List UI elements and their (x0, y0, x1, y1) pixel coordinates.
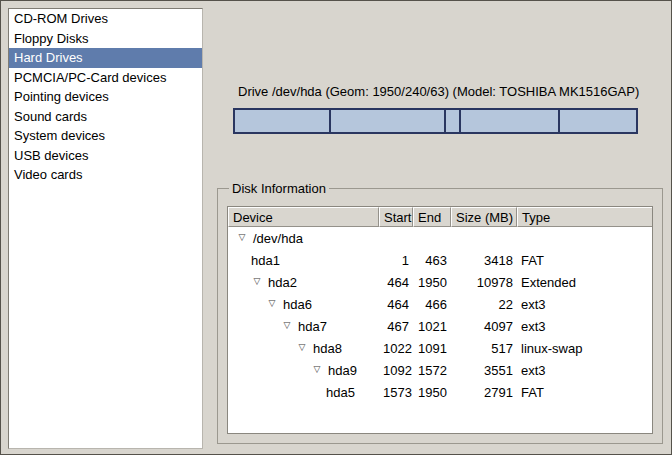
sidebar-item-label: Pointing devices (14, 89, 109, 104)
sidebar-item-label: PCMCIA/PC-Card devices (14, 70, 166, 85)
device-cell: ▽hda9 (228, 363, 379, 378)
sidebar-item-label: System devices (14, 128, 105, 143)
column-header-start[interactable]: Start (379, 207, 413, 227)
end-cell: 1950 (413, 385, 451, 400)
device-label: hda6 (283, 297, 312, 312)
sidebar-item-label: Floppy Disks (14, 31, 88, 46)
column-header-device[interactable]: Device (228, 207, 379, 227)
table-row[interactable]: ▽hda7 467 1021 4097 ext3 (228, 315, 652, 337)
table-row[interactable]: ▽hda9 1092 1572 3551 ext3 (228, 359, 652, 381)
size-cell: 10978 (451, 275, 517, 290)
device-label: hda9 (328, 363, 357, 378)
end-cell: 1091 (413, 341, 451, 356)
size-cell: 4097 (451, 319, 517, 334)
size-cell: 3418 (451, 253, 517, 268)
partition-segment-hda9[interactable] (460, 109, 559, 133)
start-cell: 1022 (379, 341, 413, 356)
end-cell: 466 (413, 297, 451, 312)
table-row[interactable]: ▽hda2 464 1950 10978 Extended (228, 271, 652, 293)
type-cell: FAT (517, 253, 652, 268)
sidebar-item-cd-rom-drives[interactable]: CD-ROM Drives (9, 9, 202, 29)
device-cell: ▽hda7 (228, 319, 379, 334)
table-row[interactable]: ▽/dev/hda (228, 227, 652, 249)
size-cell: 22 (451, 297, 517, 312)
device-label: hda2 (268, 275, 297, 290)
device-label: /dev/hda (253, 231, 303, 246)
type-cell: linux-swap (517, 341, 652, 356)
table-row[interactable]: hda5 1573 1950 2791 FAT (228, 381, 652, 403)
end-cell: 1021 (413, 319, 451, 334)
sidebar-item-label: CD-ROM Drives (14, 11, 108, 26)
sidebar-item-usb-devices[interactable]: USB devices (9, 146, 202, 166)
type-cell: FAT (517, 385, 652, 400)
expander-icon[interactable]: ▽ (281, 319, 293, 331)
expander-icon[interactable]: ▽ (236, 231, 248, 243)
type-cell: ext3 (517, 297, 652, 312)
drive-title: Drive /dev/hda (Geom: 1950/240/63) (Mode… (238, 84, 638, 99)
size-cell: 517 (451, 341, 517, 356)
size-cell: 3551 (451, 363, 517, 378)
partition-segment-hda1[interactable] (234, 109, 330, 133)
sidebar-item-pcmcia-pc-card-devices[interactable]: PCMCIA/PC-Card devices (9, 68, 202, 88)
end-cell: 1572 (413, 363, 451, 378)
device-label: hda8 (313, 341, 342, 356)
partition-segment-hda6-hda7[interactable] (330, 109, 446, 133)
device-category-list[interactable]: CD-ROM Drives Floppy Disks Hard Drives P… (8, 8, 203, 449)
partition-segment-hda8[interactable] (445, 109, 460, 133)
end-cell: 463 (413, 253, 451, 268)
column-header-type[interactable]: Type (517, 207, 652, 227)
start-cell: 464 (379, 297, 413, 312)
device-label: hda1 (251, 253, 280, 268)
expander-icon[interactable]: ▽ (311, 363, 323, 375)
sidebar-item-floppy-disks[interactable]: Floppy Disks (9, 29, 202, 49)
type-cell: ext3 (517, 319, 652, 334)
start-cell: 467 (379, 319, 413, 334)
expander-icon[interactable]: ▽ (296, 341, 308, 353)
sidebar-item-label: Video cards (14, 167, 82, 182)
partition-segment-hda5[interactable] (559, 109, 637, 133)
sidebar-item-label: Sound cards (14, 109, 87, 124)
disk-information-label: Disk Information (229, 181, 329, 196)
type-cell: Extended (517, 275, 652, 290)
device-label: hda7 (298, 319, 327, 334)
device-cell: hda1 (228, 253, 379, 268)
sidebar-item-label: Hard Drives (14, 50, 83, 65)
expander-icon[interactable]: ▽ (251, 275, 263, 287)
disk-table-body: ▽/dev/hda hda1 1 463 3418 FAT ▽hda2 464 (228, 227, 652, 433)
start-cell: 1092 (379, 363, 413, 378)
device-cell: ▽hda6 (228, 297, 379, 312)
hardware-browser-window: CD-ROM Drives Floppy Disks Hard Drives P… (0, 0, 672, 455)
sidebar-item-hard-drives[interactable]: Hard Drives (9, 48, 202, 68)
table-row[interactable]: ▽hda8 1022 1091 517 linux-swap (228, 337, 652, 359)
disk-table: Device Start End Size (MB) Type ▽/dev/hd… (227, 206, 653, 434)
end-cell: 1950 (413, 275, 451, 290)
sidebar-item-label: USB devices (14, 148, 88, 163)
table-row[interactable]: hda1 1 463 3418 FAT (228, 249, 652, 271)
disk-table-header: Device Start End Size (MB) Type (228, 207, 652, 227)
sidebar-item-sound-cards[interactable]: Sound cards (9, 107, 202, 127)
start-cell: 1573 (379, 385, 413, 400)
disk-information-frame: Disk Information Device Start End Size (… (217, 181, 663, 444)
device-label: hda5 (326, 385, 355, 400)
sidebar-item-system-devices[interactable]: System devices (9, 126, 202, 146)
start-cell: 464 (379, 275, 413, 290)
expander-icon[interactable]: ▽ (266, 297, 278, 309)
type-cell: ext3 (517, 363, 652, 378)
size-cell: 2791 (451, 385, 517, 400)
sidebar-item-video-cards[interactable]: Video cards (9, 165, 202, 185)
device-cell: ▽hda2 (228, 275, 379, 290)
partition-bar (233, 108, 638, 134)
table-row[interactable]: ▽hda6 464 466 22 ext3 (228, 293, 652, 315)
sidebar-item-pointing-devices[interactable]: Pointing devices (9, 87, 202, 107)
device-cell: hda5 (228, 385, 379, 400)
column-header-size[interactable]: Size (MB) (451, 207, 517, 227)
column-header-end[interactable]: End (413, 207, 451, 227)
device-cell: ▽hda8 (228, 341, 379, 356)
device-cell: ▽/dev/hda (228, 231, 379, 246)
start-cell: 1 (379, 253, 413, 268)
